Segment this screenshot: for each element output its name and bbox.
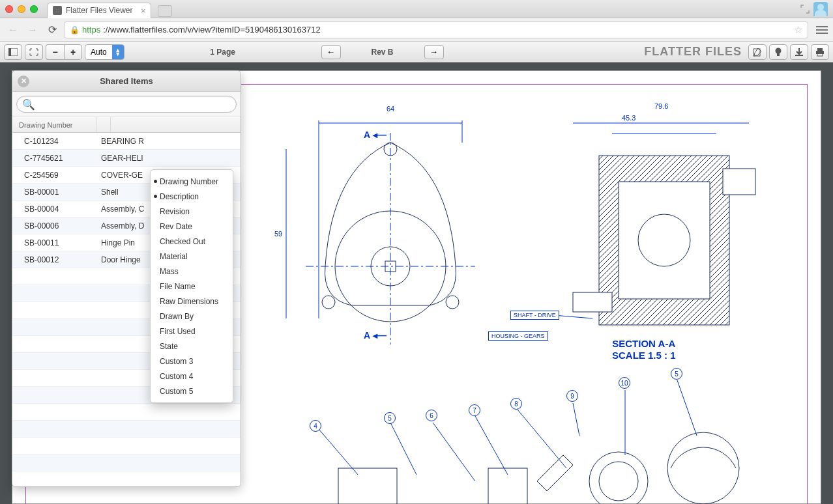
new-tab-button[interactable]	[158, 5, 172, 17]
fit-button[interactable]	[25, 44, 43, 60]
bookmark-star-icon[interactable]: ☆	[794, 24, 802, 36]
window-controls	[5, 5, 38, 13]
callout-housing: HOUSING - GEARS	[488, 331, 548, 341]
svg-point-17	[322, 296, 335, 309]
menu-item-label: Custom 5	[160, 387, 193, 396]
menu-item[interactable]: Description	[151, 189, 233, 204]
menu-item[interactable]: First Used	[151, 324, 233, 339]
reload-button[interactable]: ⟳	[44, 22, 60, 38]
close-window-icon[interactable]	[5, 5, 13, 13]
col-description[interactable]	[97, 117, 111, 132]
close-tab-icon[interactable]: ×	[141, 6, 146, 16]
page-label: 1 Page	[210, 48, 235, 57]
cell-description: BEARING R	[97, 137, 144, 146]
zoom-select-label: Auto	[85, 48, 112, 57]
balloon-8: 8	[510, 398, 522, 410]
next-rev-button[interactable]: →	[424, 45, 444, 59]
cell-drawing-number: C-254569	[12, 171, 97, 180]
sidebar-toggle-button[interactable]	[4, 44, 22, 60]
url-field[interactable]: 🔒 https://www.flatterfiles.com/v/view?it…	[64, 21, 808, 38]
menu-item-label: Description	[160, 192, 199, 201]
favicon-icon	[53, 6, 62, 15]
prev-rev-button[interactable]: ←	[321, 45, 341, 59]
cell-drawing-number: SB-00006	[12, 221, 97, 231]
menu-item[interactable]: Revision	[151, 204, 233, 219]
svg-rect-1	[8, 48, 11, 56]
download-button[interactable]	[790, 44, 808, 60]
profile-avatar-icon[interactable]	[813, 2, 828, 16]
zoom-in-button[interactable]: +	[64, 44, 82, 60]
menu-item[interactable]: Drawn By	[151, 309, 233, 324]
empty-row	[12, 455, 241, 471]
balloon-10: 10	[619, 377, 630, 389]
menu-item[interactable]: Checked Out	[151, 234, 233, 249]
menu-item[interactable]: File Name	[151, 279, 233, 294]
menu-item-label: First Used	[160, 327, 196, 336]
menu-item[interactable]: Custom 3	[151, 354, 233, 369]
section-marker-a-top: A ◂—	[364, 130, 387, 140]
forward-button[interactable]: →	[25, 22, 40, 38]
tab-title: Flatter Files Viewer	[66, 6, 132, 15]
app-viewport: − + Auto ▲▼ 1 Page ← Rev B → FLATTER FIL…	[0, 42, 833, 504]
cell-description: Door Hinge	[97, 255, 141, 264]
menu-item-label: Material	[160, 252, 188, 261]
svg-line-34	[390, 423, 416, 475]
select-caret-icon: ▲▼	[112, 45, 124, 59]
section-marker-a-bottom: A ◂—	[364, 330, 387, 341]
empty-row	[12, 471, 241, 487]
menu-item-label: Custom 4	[160, 372, 193, 381]
column-context-menu: Drawing NumberDescriptionRevisionRev Dat…	[150, 169, 233, 403]
url-path: ://www.flatterfiles.com/v/view?itemID=51…	[103, 25, 321, 35]
search-input-wrap[interactable]: 🔍	[16, 96, 237, 113]
menu-item[interactable]: Material	[151, 249, 233, 264]
back-button[interactable]: ←	[5, 22, 21, 38]
svg-line-36	[475, 416, 508, 475]
svg-rect-5	[817, 48, 823, 51]
menu-item[interactable]: Custom 4	[151, 369, 233, 384]
menu-item[interactable]: Drawing Number	[151, 174, 233, 189]
print-button[interactable]	[811, 44, 829, 60]
zoom-select[interactable]: Auto ▲▼	[85, 44, 124, 60]
menu-item[interactable]: Mass	[151, 264, 233, 279]
menu-item-label: Drawn By	[160, 312, 194, 321]
svg-rect-4	[777, 53, 780, 56]
list-item[interactable]: C-101234BEARING R	[12, 133, 241, 150]
menu-item[interactable]: State	[151, 339, 233, 354]
minimize-window-icon[interactable]	[18, 5, 25, 13]
column-headers[interactable]: Drawing Number	[12, 117, 241, 133]
zoom-window-icon[interactable]	[30, 5, 38, 13]
cell-description: Hinge Pin	[97, 238, 135, 247]
svg-point-30	[667, 432, 739, 504]
svg-rect-25	[573, 292, 612, 312]
list-item[interactable]: C-7745621GEAR-HELI	[12, 150, 241, 167]
fullscreen-icon[interactable]	[800, 5, 810, 14]
menu-item-label: Custom 3	[160, 357, 193, 366]
menu-item[interactable]: Raw Dimensions	[151, 294, 233, 309]
menu-item[interactable]: Custom 5	[151, 384, 233, 399]
cell-drawing-number: SB-00004	[12, 204, 97, 214]
dim-64: 64	[387, 105, 394, 113]
browser-tab[interactable]: Flatter Files Viewer ×	[47, 3, 151, 18]
idea-button[interactable]	[769, 44, 787, 60]
col-drawing-number[interactable]: Drawing Number	[12, 117, 97, 132]
cell-description: COVER-GE	[97, 171, 143, 180]
dim-59: 59	[274, 230, 282, 238]
svg-rect-32	[338, 468, 397, 504]
edit-button[interactable]	[748, 44, 767, 60]
svg-point-18	[446, 296, 459, 309]
menu-item-label: Drawing Number	[160, 177, 218, 186]
search-input[interactable]	[38, 100, 231, 109]
browser-tabstrip: Flatter Files Viewer ×	[0, 0, 833, 18]
close-panel-button[interactable]: ✕	[18, 76, 29, 87]
menu-item[interactable]: Rev Date	[151, 219, 233, 234]
zoom-out-button[interactable]: −	[46, 44, 64, 60]
svg-rect-31	[488, 468, 527, 504]
balloon-4: 4	[310, 420, 321, 432]
printer-icon	[815, 48, 825, 57]
cell-drawing-number: SB-00001	[12, 188, 97, 197]
browser-menu-icon[interactable]	[816, 26, 828, 34]
section-label: SECTION A-A SCALE 1.5 : 1	[612, 338, 676, 361]
svg-rect-26	[723, 169, 755, 195]
cell-drawing-number: C-7745621	[12, 154, 97, 163]
svg-point-24	[638, 214, 690, 266]
